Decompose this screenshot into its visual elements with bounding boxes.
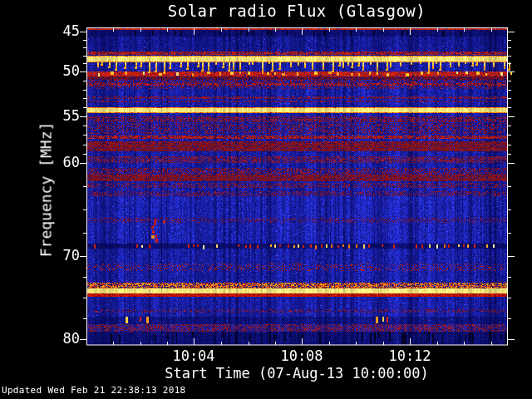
x-axis-label: Start Time (07-Aug-13 10:00:00) xyxy=(165,367,428,382)
spectrogram-canvas xyxy=(0,0,532,399)
chart-title: Solar radio Flux (Glasgow) xyxy=(168,3,426,20)
solar-radio-spectrogram-figure: Solar radio Flux (Glasgow) Frequency [MH… xyxy=(0,0,532,399)
y-axis-label: Frequency [MHz] xyxy=(39,122,55,258)
y-tick-label-80: 80 xyxy=(47,332,80,347)
x-tick-label-1004: 10:04 xyxy=(156,349,231,364)
y-tick-label-55: 55 xyxy=(47,109,80,124)
y-tick-label-60: 60 xyxy=(47,155,80,170)
y-tick-label-50: 50 xyxy=(47,64,80,79)
y-tick-label-45: 45 xyxy=(47,24,80,39)
y-tick-label-70: 70 xyxy=(47,249,80,264)
x-tick-label-1012: 10:12 xyxy=(372,349,447,364)
x-tick-label-1008: 10:08 xyxy=(264,349,339,364)
update-timestamp: Updated Wed Feb 21 22:38:13 2018 xyxy=(2,386,186,396)
